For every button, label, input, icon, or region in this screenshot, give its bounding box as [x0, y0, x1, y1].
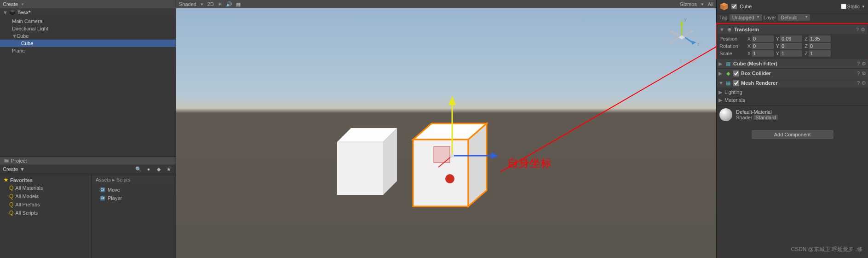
scale-x[interactable]: 1: [752, 50, 774, 57]
fold-icon[interactable]: ▶: [719, 89, 723, 95]
inspector-header: Cube Static▼: [717, 0, 868, 13]
rot-y[interactable]: 0: [780, 43, 802, 49]
layer-dropdown[interactable]: Default▾: [778, 14, 810, 21]
fold-icon[interactable]: ▼: [3, 10, 7, 15]
search-icon[interactable]: 🔍: [134, 165, 143, 173]
component-checkbox[interactable]: [733, 80, 739, 86]
component-header[interactable]: ▼ ⊕ Transform ? ⚙: [718, 25, 867, 34]
mesh-renderer-component: ▼▦Mesh Renderer?⚙ ▶ Lighting ▶ Materials: [717, 78, 868, 106]
gear-icon[interactable]: ⚙: [862, 70, 866, 76]
position-row: Position X0 Y0.09 Z1.35: [719, 35, 865, 42]
tag-dropdown[interactable]: Untagged▾: [730, 14, 762, 21]
row-label: Rotation: [719, 43, 745, 49]
pos-y[interactable]: 0.09: [780, 35, 802, 42]
hierarchy-item-selected[interactable]: Cube: [0, 40, 176, 47]
fav-item[interactable]: QAll Scripts: [0, 209, 92, 217]
hierarchy-item[interactable]: Plane: [0, 47, 176, 54]
help-icon[interactable]: ?: [857, 80, 860, 86]
hierarchy-item[interactable]: Directional Light: [0, 25, 176, 32]
save-search-icon[interactable]: ★: [165, 165, 173, 173]
materials-foldout[interactable]: ▶ Materials: [719, 96, 866, 104]
filter-icon[interactable]: ●: [144, 165, 153, 173]
asset-item[interactable]: C#Move: [92, 186, 176, 194]
static-toggle[interactable]: Static▼: [841, 4, 865, 9]
orientation-gizmo[interactable]: y z: [661, 17, 702, 58]
fx-toggle-icon[interactable]: ▦: [236, 1, 241, 7]
annotation-text: 自身坐标: [507, 156, 552, 170]
component-header[interactable]: ▼▦Mesh Renderer?⚙: [717, 78, 868, 88]
component-title: Box Collider: [741, 70, 855, 76]
svg-marker-30: [448, 96, 456, 105]
scene-cube[interactable]: [333, 123, 402, 197]
material-row[interactable]: Default-Material Shader Standard: [717, 106, 868, 124]
scale-y[interactable]: 1: [780, 50, 802, 57]
svg-text:y: y: [684, 17, 686, 22]
scale-z[interactable]: 1: [809, 50, 831, 57]
component-header[interactable]: ▶◆Box Collider?⚙: [717, 69, 868, 78]
fav-label: All Scripts: [15, 210, 38, 216]
pos-z[interactable]: 1.35: [809, 35, 831, 42]
gear-icon[interactable]: ⚙: [862, 61, 866, 67]
rot-x[interactable]: 0: [752, 43, 774, 49]
filter-type-icon[interactable]: ◆: [155, 165, 163, 173]
active-checkbox[interactable]: [731, 4, 737, 9]
shader-label: Shader: [736, 115, 752, 120]
rot-z[interactable]: 0: [809, 43, 831, 49]
hierarchy-toolbar: Create ▼: [0, 0, 176, 8]
help-icon[interactable]: ?: [857, 61, 860, 66]
persp-label[interactable]: ≡ Persp: [679, 58, 697, 64]
gear-icon[interactable]: ⚙: [861, 27, 865, 33]
viewport[interactable]: y z ≡ Persp: [176, 8, 716, 258]
svg-line-35: [500, 45, 716, 172]
scene-header[interactable]: ▼ Tesx*: [0, 8, 176, 17]
fold-icon[interactable]: ▶: [719, 97, 723, 103]
help-icon[interactable]: ?: [856, 27, 859, 32]
dropdown-icon[interactable]: ▼: [862, 5, 865, 9]
gear-icon[interactable]: ⚙: [862, 80, 866, 86]
asset-label: Player: [108, 195, 122, 201]
shader-value: Standard: [755, 115, 776, 120]
hierarchy-item[interactable]: Main Camera: [0, 18, 176, 25]
hierarchy-tree: Main Camera Directional Light ▼Cube Cube…: [0, 17, 176, 157]
svg-line-16: [684, 32, 690, 36]
pos-x[interactable]: 0: [752, 35, 774, 42]
object-name[interactable]: Cube: [740, 4, 838, 9]
fold-icon[interactable]: ▶: [719, 70, 723, 76]
shading-mode[interactable]: Shaded: [179, 1, 196, 7]
dropdown-icon[interactable]: ▼: [200, 2, 204, 6]
asset-item[interactable]: C#Player: [92, 194, 176, 202]
help-icon[interactable]: ?: [857, 70, 860, 76]
renderer-body: ▶ Lighting ▶ Materials: [717, 88, 868, 105]
gizmos-dropdown[interactable]: Gizmos: [680, 1, 697, 7]
hierarchy-create[interactable]: Create: [3, 1, 18, 7]
project-tab[interactable]: Project: [0, 157, 176, 164]
fav-item[interactable]: QAll Prefabs: [0, 200, 92, 209]
fold-icon[interactable]: ▶: [719, 61, 723, 67]
static-checkbox[interactable]: [841, 4, 846, 9]
light-toggle-icon[interactable]: ☀: [218, 1, 222, 7]
project-create[interactable]: Create: [3, 166, 18, 172]
scene-cube-selected[interactable]: [408, 119, 489, 211]
renderer-icon: ▦: [725, 80, 731, 86]
svg-line-12: [672, 37, 678, 42]
dropdown-icon[interactable]: ▼: [701, 2, 704, 6]
component-header[interactable]: ▶▦Cube (Mesh Filter)?⚙: [717, 59, 868, 68]
fav-item[interactable]: QAll Models: [0, 192, 92, 200]
audio-toggle-icon[interactable]: 🔊: [226, 1, 232, 7]
breadcrumb[interactable]: Assets ▸ Scipts: [92, 176, 176, 184]
component-checkbox[interactable]: [733, 70, 739, 76]
shader-dropdown[interactable]: Standard: [753, 115, 778, 120]
hierarchy-item[interactable]: ▼Cube: [0, 32, 176, 40]
2d-toggle[interactable]: 2D: [207, 1, 214, 7]
fold-icon[interactable]: ▼: [719, 80, 723, 86]
add-component-button[interactable]: Add Component: [751, 129, 834, 140]
favorites-header[interactable]: ★Favorites: [0, 176, 92, 184]
dropdown-icon[interactable]: ▼: [20, 166, 25, 172]
dropdown-icon[interactable]: ▼: [21, 2, 24, 6]
lighting-foldout[interactable]: ▶ Lighting: [719, 88, 866, 96]
fold-icon[interactable]: ▼: [12, 33, 17, 39]
fold-icon[interactable]: ▼: [719, 27, 724, 32]
search-all[interactable]: All: [708, 1, 713, 7]
rotation-row: Rotation X0 Y0 Z0: [719, 42, 865, 50]
fav-item[interactable]: QAll Materials: [0, 184, 92, 192]
